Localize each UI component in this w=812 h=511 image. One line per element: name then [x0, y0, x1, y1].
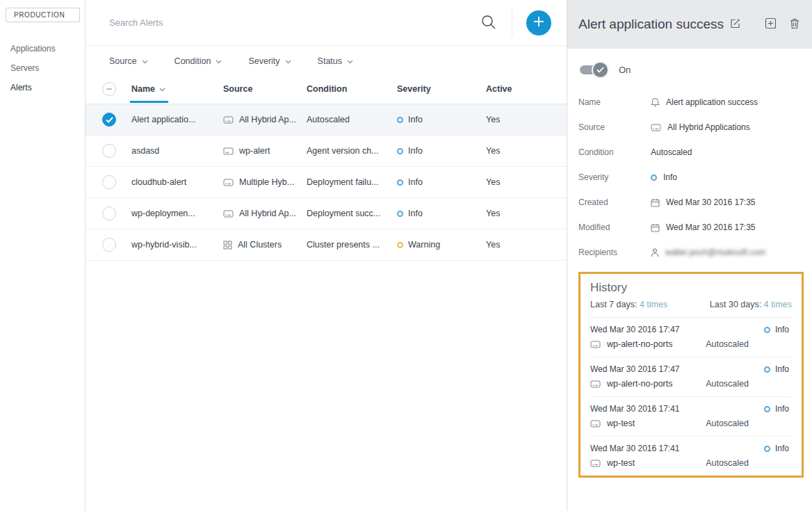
column-header-source[interactable]: Source [223, 84, 307, 94]
search-bar [86, 0, 567, 46]
row-checkbox-checked[interactable] [102, 113, 116, 127]
detail-actions [763, 16, 801, 33]
chevron-down-icon [285, 56, 291, 66]
field-value: Wed Mar 30 2016 17:35 [666, 197, 756, 207]
environment-label: PRODUCTION [14, 11, 65, 19]
history-entry-severity: Info [775, 404, 789, 414]
alert-enabled-toggle[interactable] [580, 65, 608, 74]
severity-info-icon [651, 175, 657, 181]
chevron-down-icon [142, 56, 148, 66]
detail-header: Alert application success [567, 0, 812, 49]
row-checkbox[interactable] [102, 175, 116, 189]
hybrid-applications-icon [223, 116, 234, 124]
filter-label: Condition [174, 56, 211, 66]
alert-enabled-row: On [580, 65, 805, 75]
chevron-down-icon [347, 56, 353, 66]
active-cell: Yes [486, 209, 567, 218]
field-value: Autoscaled [651, 147, 692, 157]
condition-cell: Autoscaled [307, 115, 397, 124]
filter-condition[interactable]: Condition [174, 56, 222, 66]
history-section: History Last 7 days: 4 times Last 30 day… [578, 272, 804, 478]
chevron-down-icon [159, 84, 165, 94]
alert-name-cell: Alert applicatio... [131, 115, 223, 124]
select-all-checkbox[interactable] [102, 82, 116, 96]
hybrid-applications-icon [651, 124, 661, 131]
detail-field-condition: Condition Autoscaled [578, 140, 805, 165]
hybrid-applications-icon [223, 210, 234, 218]
sidebar-item-alerts[interactable]: Alerts [0, 78, 85, 97]
add-alert-button[interactable] [526, 10, 551, 35]
history-entry-condition: Autoscaled [706, 339, 749, 349]
search-button[interactable] [478, 11, 499, 35]
sidebar-item-applications[interactable]: Applications [0, 39, 85, 58]
row-checkbox[interactable] [102, 238, 116, 252]
row-checkbox[interactable] [102, 144, 116, 158]
alert-detail-title: Alert application success [578, 17, 724, 32]
duplicate-icon [765, 17, 777, 31]
last-30-days-label: Last 30 days: [710, 300, 761, 309]
field-value: All Hybrid Applications [667, 122, 750, 132]
source-label: Multiple Hyb... [239, 177, 294, 187]
active-cell: Yes [486, 146, 567, 156]
active-cell: Yes [486, 115, 567, 124]
alert-detail-panel: Alert application success [567, 0, 812, 511]
detail-field-modified: Modified Wed Mar 30 2016 17:35 [578, 215, 805, 240]
severity-info-icon [397, 148, 403, 154]
history-entry-name: wp-alert-no-ports [607, 379, 672, 389]
search-icon [480, 14, 496, 32]
history-entry: Wed Mar 30 2016 17:41 Info wp-test [590, 397, 792, 437]
chevron-down-icon [216, 56, 222, 66]
row-checkbox[interactable] [102, 206, 116, 220]
table-row[interactable]: Alert applicatio... All Hybrid Ap... Aut… [86, 104, 567, 136]
field-value: Wed Mar 30 2016 17:35 [666, 222, 756, 232]
column-header-name[interactable]: Name [131, 84, 165, 94]
plus-icon [533, 16, 544, 29]
field-label: Condition [578, 147, 651, 157]
history-entry: Wed Mar 30 2016 17:47 Info wp-alert-no-p… [590, 318, 792, 357]
last-7-days-value: 4 times [640, 300, 667, 309]
person-icon [651, 248, 659, 257]
field-label: Created [578, 197, 651, 207]
severity-label: Info [408, 177, 423, 187]
history-entry-condition: Autoscaled [706, 458, 749, 468]
condition-cell: Deployment succ... [307, 209, 397, 218]
severity-info-icon [397, 117, 403, 123]
severity-info-icon [764, 327, 770, 333]
table-row[interactable]: asdasd wp-alert Agent version ch... Info… [86, 136, 567, 167]
table-row[interactable]: wp-deploymen... All Hybrid Ap... Deploym… [86, 198, 567, 229]
detail-body: On Name Alert application success Source [567, 49, 812, 511]
field-label: Severity [578, 172, 651, 182]
column-header-condition[interactable]: Condition [307, 84, 397, 94]
severity-info-icon [764, 406, 770, 412]
search-input[interactable] [109, 17, 478, 28]
history-entry-date: Wed Mar 30 2016 17:47 [590, 364, 680, 374]
field-label: Modified [578, 222, 651, 232]
table-row[interactable]: wp-hybrid-visib... All Clusters Cluster … [86, 229, 567, 261]
environment-selector[interactable]: PRODUCTION [6, 8, 80, 22]
filter-source[interactable]: Source [109, 56, 148, 66]
active-cell: Yes [486, 240, 567, 250]
filter-severity[interactable]: Severity [248, 56, 291, 66]
history-entry-name: wp-test [607, 419, 635, 428]
sidebar: PRODUCTION Applications Servers Alerts [0, 0, 86, 511]
delete-alert-button[interactable] [788, 16, 801, 33]
field-value: Alert application success [666, 97, 758, 107]
alerts-app: PRODUCTION Applications Servers Alerts [0, 0, 812, 511]
duplicate-alert-button[interactable] [763, 16, 778, 33]
detail-field-source: Source All Hybrid Applications [578, 115, 805, 140]
column-header-active[interactable]: Active [486, 84, 567, 94]
table-row[interactable]: cloudhub-alert Multiple Hyb... Deploymen… [86, 167, 567, 198]
bell-icon [651, 97, 660, 107]
edit-alert-button[interactable] [729, 17, 742, 32]
column-header-severity[interactable]: Severity [397, 84, 486, 94]
detail-field-created: Created Wed Mar 30 2016 17:35 [578, 190, 805, 215]
history-title: History [590, 281, 792, 295]
history-entry: Wed Mar 30 2016 17:41 Info wp-test [590, 437, 792, 476]
alert-name-cell: asdasd [131, 146, 223, 156]
alert-name-cell: wp-deploymen... [131, 209, 223, 218]
sidebar-item-label: Applications [10, 44, 56, 54]
filter-status[interactable]: Status [318, 56, 353, 66]
source-label: All Hybrid Ap... [239, 209, 296, 218]
sidebar-item-servers[interactable]: Servers [0, 58, 85, 78]
toggle-knob-check-icon [592, 61, 609, 79]
